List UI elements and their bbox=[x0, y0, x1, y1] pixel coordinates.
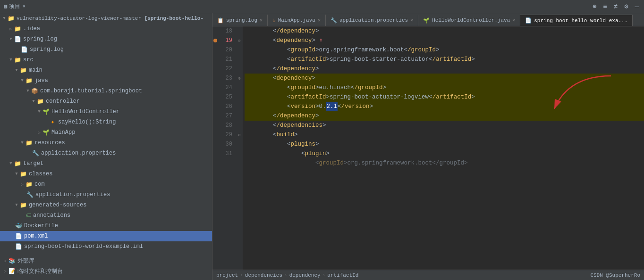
tab-label-hwcontroller: HelloWorldController.java bbox=[432, 17, 510, 23]
iml-icon: 📄 bbox=[15, 243, 22, 250]
tree-item-target[interactable]: ▼ 📁 target bbox=[0, 158, 212, 169]
log-file-icon: 📄 bbox=[21, 46, 28, 53]
tree-item-src[interactable]: ▼ 📁 src bbox=[0, 55, 212, 65]
prop-icon-appprops: 🔧 bbox=[32, 150, 39, 157]
status-right: CSDN @SuperherRo bbox=[590, 272, 640, 278]
tree-root[interactable]: ▼ 📁 vulnerability-actuator-log-viewer-ma… bbox=[0, 13, 212, 24]
tree-item-sayhello[interactable]: 🔸 sayHello():String bbox=[0, 117, 212, 127]
line-num-27: 27 bbox=[212, 111, 236, 121]
line-num-19: 19 bbox=[212, 36, 236, 45]
fold-23: ⊙ bbox=[236, 74, 243, 83]
code-line-20: <groupId>org.springframework.boot</group… bbox=[245, 45, 644, 55]
tree-item-main[interactable]: ▼ 📁 main bbox=[0, 65, 212, 75]
fold-18 bbox=[236, 26, 243, 36]
code-line-21: <artifactId>spring-boot-starter-actuator… bbox=[245, 55, 644, 64]
tab-spring-log[interactable]: 📋 spring.log ✕ bbox=[212, 15, 268, 26]
tree-item-springlog-file[interactable]: 📄 spring.log bbox=[0, 44, 212, 55]
line-num-22: 22 bbox=[212, 64, 236, 74]
tree-label-resources: resources bbox=[34, 140, 65, 146]
folder-icon-resources: 📁 bbox=[25, 140, 33, 147]
tree-item-springlog-folder[interactable]: ▼ 📄 spring.log bbox=[0, 34, 212, 44]
tab-appprops[interactable]: 🔧 application.properties ✕ bbox=[326, 15, 418, 26]
code-line-26: <version>0.2.1</version> bbox=[245, 102, 644, 111]
dropdown-icon[interactable]: ▾ bbox=[22, 3, 25, 10]
folder-icon-idea: 📁 bbox=[14, 25, 21, 33]
tree-arrow-springlog: ▼ bbox=[8, 37, 14, 41]
toolbar-btn-1[interactable]: ⊕ bbox=[591, 2, 598, 10]
tab-close-appprops[interactable]: ✕ bbox=[410, 17, 413, 23]
tab-label-spring-log: spring.log bbox=[226, 17, 257, 23]
tree-label-java: java bbox=[34, 77, 48, 84]
toolbar-btn-3[interactable]: ≠ bbox=[612, 3, 619, 10]
code-line-27: </dependency> bbox=[245, 111, 644, 121]
fold-31 bbox=[236, 149, 243, 158]
tree-arrow-hwc: ▼ bbox=[36, 109, 42, 114]
fold-26 bbox=[236, 102, 243, 111]
toolbar-btn-minimize[interactable]: — bbox=[634, 3, 640, 10]
tab-label-pom: spring-boot-hello-world-exa... bbox=[534, 18, 627, 24]
code-line-24: <groupId>eu.hinsch</groupId> bbox=[245, 83, 644, 92]
fold-22 bbox=[236, 64, 243, 74]
tree-item-pom[interactable]: 📄 pom.xml bbox=[0, 231, 212, 241]
folder-icon-target: 📁 bbox=[14, 160, 21, 167]
tree-label-scratch: 临时文件和控制台 bbox=[17, 267, 63, 275]
fold-27 bbox=[236, 111, 243, 121]
tree-item-extlibs[interactable]: ▷ 📚 外部库 bbox=[0, 255, 212, 266]
tree-item-mainapp[interactable]: ▷ 🌱 MainApp bbox=[0, 127, 212, 138]
folder-icon-classes: 📁 bbox=[20, 171, 27, 178]
fold-21 bbox=[236, 55, 243, 64]
tree-label-idea: .idea bbox=[23, 25, 40, 32]
code-line-29: <build> bbox=[245, 130, 644, 140]
title-bar-left: ▦ 项目 ▾ bbox=[4, 2, 25, 10]
code-line-19: <dependency> ⬆ bbox=[245, 36, 644, 45]
line-numbers: 18 19 20 21 22 23 24 25 26 27 28 29 30 3… bbox=[212, 26, 236, 270]
tab-mainapp[interactable]: ☕ MainApp.java ✕ bbox=[268, 15, 326, 26]
tree-arrow-com: ▷ bbox=[19, 182, 25, 187]
tab-close-mainapp[interactable]: ✕ bbox=[318, 17, 321, 23]
tree-label-springlog: spring.log bbox=[23, 36, 57, 42]
tree-item-scratch[interactable]: ▷ 📝 临时文件和控制台 bbox=[0, 266, 212, 276]
project-label: 项目 bbox=[9, 2, 20, 10]
tree-item-appprops-target[interactable]: 🔧 application.properties bbox=[0, 189, 212, 200]
line-num-31: 31 bbox=[212, 149, 236, 158]
fold-28 bbox=[236, 121, 243, 130]
tree-item-iml[interactable]: 📄 spring-boot-hello-world-example.iml bbox=[0, 241, 212, 252]
tree-item-appprops[interactable]: 🔧 application.properties bbox=[0, 148, 212, 158]
folder-icon-generated: 📁 bbox=[20, 202, 27, 209]
tree-label-springlog-file: spring.log bbox=[30, 46, 64, 53]
tab-bar: 📋 spring.log ✕ ☕ MainApp.java ✕ 🔧 applic… bbox=[212, 13, 644, 26]
tab-pom[interactable]: 📄 spring-boot-hello-world-exa... bbox=[520, 15, 633, 26]
tree-item-package[interactable]: ▼ 📦 com.boraji.tutorial.springboot bbox=[0, 86, 212, 96]
folder-icon-com: 📁 bbox=[25, 181, 33, 188]
tree-item-java[interactable]: ▼ 📁 java bbox=[0, 75, 212, 86]
folding-gutter: ⊙ ⊙ ⊙ bbox=[236, 26, 243, 270]
main-area: ▼ 📁 vulnerability-actuator-log-viewer-ma… bbox=[0, 13, 644, 280]
editor[interactable]: 18 19 20 21 22 23 24 25 26 27 28 29 30 3… bbox=[212, 26, 644, 270]
tab-icon-appprops: 🔧 bbox=[330, 17, 337, 24]
tree-item-resources[interactable]: ▼ 📁 resources bbox=[0, 138, 212, 148]
breakpoint-indicator bbox=[213, 39, 217, 42]
tree-item-controller[interactable]: ▼ 📁 controller bbox=[0, 96, 212, 107]
breadcrumb-project: project bbox=[216, 272, 238, 278]
tree-item-com[interactable]: ▷ 📁 com bbox=[0, 179, 212, 189]
code-line-30: <plugins> bbox=[245, 140, 644, 149]
line-num-21: 21 bbox=[212, 55, 236, 64]
folder-icon-src: 📁 bbox=[14, 57, 21, 64]
tree-item-dockerfile[interactable]: 🐳 Dockerfile bbox=[0, 221, 212, 231]
breadcrumb-sep-2: › bbox=[284, 272, 288, 278]
tree-label-annotations: annotations bbox=[33, 212, 70, 219]
tree-item-hwc[interactable]: ▼ 🌱 HelloWorldController bbox=[0, 107, 212, 117]
tab-close-hwcontroller[interactable]: ✕ bbox=[512, 17, 515, 23]
toolbar-btn-settings[interactable]: ⚙ bbox=[623, 2, 629, 10]
tree-item-idea[interactable]: ▷ 📁 .idea bbox=[0, 24, 212, 34]
tree-item-annotations[interactable]: 🏷 annotations bbox=[0, 210, 212, 221]
code-area[interactable]: </dependency> <dependency> ⬆ <groupId>or… bbox=[243, 26, 644, 270]
spring-icon-mainapp: 🌱 bbox=[42, 129, 50, 136]
tree-item-classes[interactable]: ▼ 📁 classes bbox=[0, 169, 212, 179]
toolbar-btn-2[interactable]: ≡ bbox=[602, 3, 608, 10]
tree-arrow-main: ▼ bbox=[13, 68, 20, 73]
tab-hwcontroller[interactable]: 🌱 HelloWorldController.java ✕ bbox=[418, 15, 520, 26]
line-num-28: 28 bbox=[212, 121, 236, 130]
tab-close-spring-log[interactable]: ✕ bbox=[260, 17, 263, 23]
tree-item-generated-sources[interactable]: ▼ 📁 generated-sources bbox=[0, 200, 212, 210]
